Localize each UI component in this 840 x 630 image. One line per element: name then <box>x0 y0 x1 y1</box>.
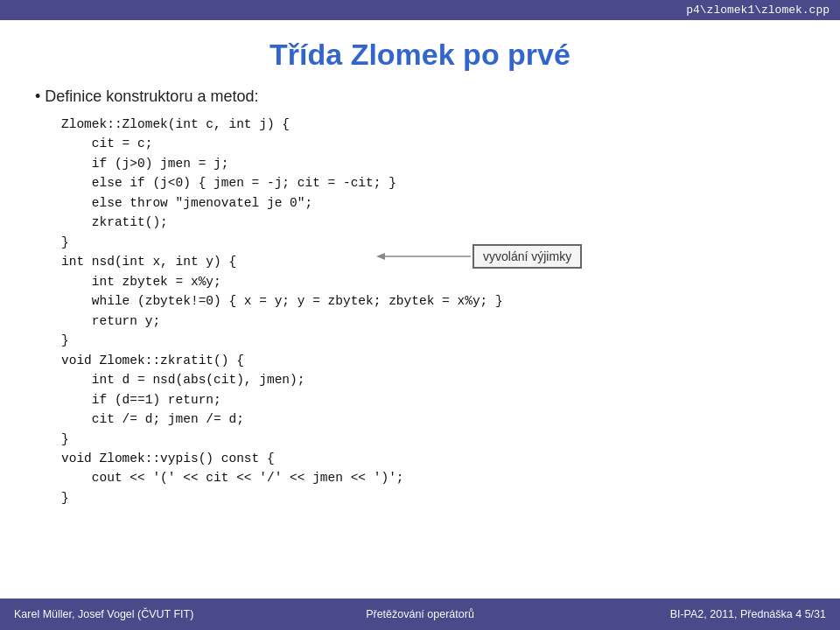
code-line: cit = c; <box>61 134 805 153</box>
code-line: while (zbytek!=0) { x = y; y = zbytek; z… <box>61 291 805 311</box>
code-line: Zlomek::Zlomek(int c, int j) { <box>61 115 805 134</box>
footer-right: BI-PA2, 2011, Přednáška 4 5/31 <box>556 608 826 620</box>
code-line: } <box>61 430 805 449</box>
code-line: cout << '(' << cit << '/' << jmen << ')'… <box>61 468 805 487</box>
callout-label: vyvolání výjimky <box>483 249 571 263</box>
footer: Karel Müller, Josef Vogel (ČVUT FIT) Pře… <box>0 598 840 630</box>
callout-box: vyvolání výjimky <box>472 244 582 269</box>
code-line: int zbytek = x%y; <box>61 272 805 291</box>
code-line: zkratit(); <box>61 213 805 232</box>
code-line: } <box>61 488 805 508</box>
code-line: else if (j<0) { jmen = -j; cit = -cit; } <box>61 173 805 192</box>
top-bar: p4\zlomek1\zlomek.cpp <box>0 0 840 20</box>
code-line: } <box>61 331 805 350</box>
code-block: Zlomek::Zlomek(int c, int j) { cit = c; … <box>61 115 805 508</box>
code-line: if (d==1) return; <box>61 390 805 410</box>
code-wrapper: Zlomek::Zlomek(int c, int j) { cit = c; … <box>35 115 805 508</box>
code-line: int d = nsd(abs(cit), jmen); <box>61 370 805 389</box>
code-line: if (j>0) jmen = j; <box>61 154 805 173</box>
code-line: void Zlomek::vypis() const { <box>61 449 805 468</box>
main-content: Třída Zlomek po prvé Definice konstrukto… <box>0 20 840 587</box>
code-line: int nsd(int x, int y) { <box>61 252 805 271</box>
filepath-label: p4\zlomek1\zlomek.cpp <box>686 4 830 17</box>
code-line: return y; <box>61 312 805 331</box>
footer-left: Karel Müller, Josef Vogel (ČVUT FIT) <box>14 608 284 620</box>
code-line: cit /= d; jmen /= d; <box>61 410 805 429</box>
code-line: else throw "jmenovatel je 0"; <box>61 193 805 213</box>
code-line: } <box>61 233 805 252</box>
slide-title: Třída Zlomek po prvé <box>35 38 805 72</box>
bullet-item: Definice konstruktoru a metod: <box>35 88 805 106</box>
footer-center: Přetěžování operátorů <box>284 608 555 620</box>
code-line: void Zlomek::zkratit() { <box>61 351 805 370</box>
